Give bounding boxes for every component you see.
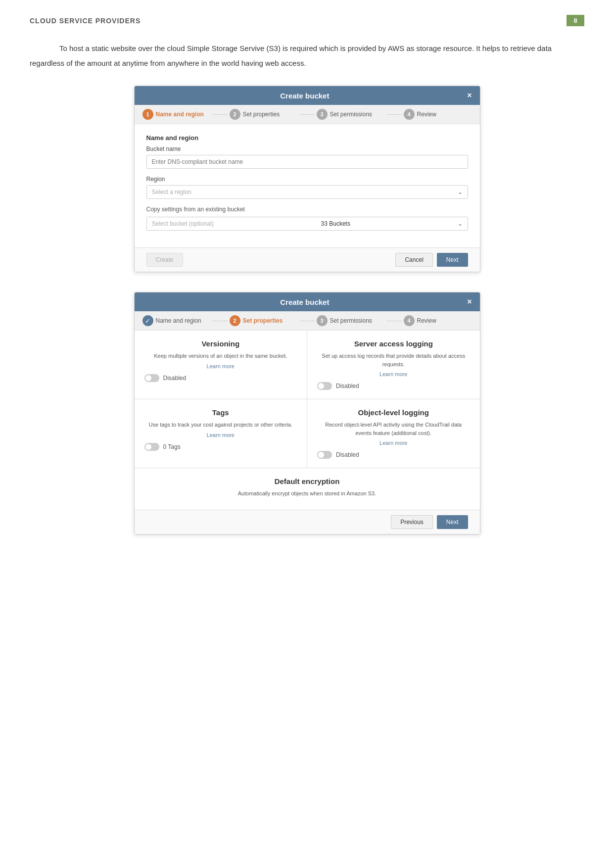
bucket-count: 33 Buckets [321, 220, 350, 227]
step4-circle: 4 [404, 109, 415, 120]
object-logging-learn-link[interactable]: Learn more [317, 440, 470, 446]
dialog1-step-3[interactable]: 3 Set permissions [317, 109, 385, 120]
dialog1-step-1[interactable]: 1 Name and region [142, 109, 211, 120]
create-bucket-dialog-2: Create bucket × ✓ Name and region 2 Set … [134, 292, 480, 534]
d2-step1-label: Name and region [156, 317, 201, 324]
region-placeholder: Select a region [152, 189, 191, 195]
next-button[interactable]: Next [437, 253, 468, 267]
versioning-desc: Keep multiple versions of an object in t… [144, 352, 297, 360]
versioning-cell: Versioning Keep multiple versions of an … [135, 331, 307, 399]
tags-toggle-label: 0 Tags [163, 443, 181, 450]
page-header: CLOUD SERVICE PROVIDERS 8 [30, 15, 584, 26]
d2-step-divider-2 [300, 321, 315, 321]
d2-step4-label: Review [417, 317, 436, 324]
dialog2-features: Versioning Keep multiple versions of an … [135, 331, 480, 510]
dialog1-footer-right: Cancel Next [395, 253, 468, 267]
dialog1-close-icon[interactable]: × [467, 91, 472, 100]
object-logging-desc: Record object-level API activity using t… [317, 421, 470, 437]
d2-step4-circle: 4 [404, 315, 415, 326]
bucket-name-input[interactable] [146, 155, 468, 169]
server-logging-desc: Set up access log records that provide d… [317, 352, 470, 368]
d2-step3-circle: 3 [317, 315, 328, 326]
versioning-toggle[interactable] [144, 374, 159, 382]
tags-toggle[interactable] [144, 443, 159, 451]
dialog1-steps: 1 Name and region 2 Set properties 3 Set… [135, 105, 480, 124]
dialog1-footer: Create Cancel Next [135, 247, 480, 272]
versioning-toggle-label: Disabled [163, 375, 187, 382]
region-select[interactable]: Select a region ⌄ [146, 185, 468, 199]
body-text: To host a static website over the cloud … [30, 41, 584, 71]
d2-step3-label: Set permissions [330, 317, 372, 324]
page-title: CLOUD SERVICE PROVIDERS [30, 17, 141, 25]
server-logging-title: Server access logging [317, 339, 470, 348]
bucket-copy-chevron-icon: ⌄ [458, 220, 463, 227]
dialog1-step-2[interactable]: 2 Set properties [230, 109, 298, 120]
step2-label: Set properties [243, 111, 280, 118]
versioning-toggle-row: Disabled [144, 374, 297, 382]
server-logging-toggle-row: Disabled [317, 382, 470, 390]
encryption-desc: Automatically encrypt objects when store… [144, 489, 470, 498]
bucket-copy-placeholder: Select bucket (optional) [152, 220, 214, 227]
d2-next-button[interactable]: Next [437, 515, 468, 529]
step2-circle: 2 [230, 109, 240, 120]
create-bucket-dialog-1: Create bucket × 1 Name and region 2 Set … [134, 86, 480, 272]
dialog2-step-1[interactable]: ✓ Name and region [142, 315, 211, 326]
object-logging-cell: Object-level logging Record object-level… [307, 399, 480, 468]
dialog2-header: Create bucket × [135, 292, 480, 311]
dialog2-step-4[interactable]: 4 Review [404, 315, 472, 326]
step-divider-3 [387, 114, 402, 115]
cancel-button[interactable]: Cancel [395, 253, 432, 267]
object-logging-title: Object-level logging [317, 408, 470, 417]
d2-step2-label: Set properties [243, 317, 283, 324]
tags-title: Tags [144, 408, 297, 417]
versioning-title: Versioning [144, 339, 297, 348]
step1-circle: 1 [142, 109, 153, 120]
object-logging-toggle[interactable] [317, 451, 332, 459]
step3-circle: 3 [317, 109, 328, 120]
step1-check-icon: ✓ [142, 315, 153, 326]
dialog2-title: Create bucket [142, 298, 468, 306]
d2-step2-circle: 2 [230, 315, 240, 326]
object-logging-toggle-label: Disabled [336, 451, 359, 458]
tags-learn-link[interactable]: Learn more [144, 432, 297, 438]
step-divider-1 [213, 114, 228, 115]
server-logging-toggle[interactable] [317, 382, 332, 390]
dialog2-step-2[interactable]: 2 Set properties [230, 315, 298, 326]
step3-label: Set permissions [330, 111, 372, 118]
page-number: 8 [567, 15, 584, 26]
encryption-cell: Default encryption Automatically encrypt… [135, 468, 480, 510]
encryption-title: Default encryption [144, 477, 470, 485]
dialog2-steps: ✓ Name and region 2 Set properties 3 Set… [135, 311, 480, 331]
dialog2-footer: Previous Next [135, 510, 480, 534]
dialog1-header: Create bucket × [135, 86, 480, 105]
name-region-section: Name and region [146, 134, 468, 142]
dialog2-step-3[interactable]: 3 Set permissions [317, 315, 385, 326]
region-label: Region [146, 176, 468, 183]
step1-label: Name and region [156, 111, 204, 118]
create-button[interactable]: Create [146, 253, 183, 267]
step-divider-2 [300, 114, 315, 115]
server-logging-cell: Server access logging Set up access log … [307, 331, 480, 399]
copy-settings-label: Copy settings from an existing bucket [146, 206, 468, 213]
tags-desc: Use tags to track your cost against proj… [144, 421, 297, 429]
tags-toggle-row: 0 Tags [144, 443, 297, 451]
server-logging-learn-link[interactable]: Learn more [317, 371, 470, 377]
dialog1-title: Create bucket [142, 92, 468, 100]
region-chevron-icon: ⌄ [458, 189, 463, 195]
dialog2-close-icon[interactable]: × [467, 297, 472, 306]
d2-step-divider-3 [387, 321, 402, 321]
dialog1-step-4[interactable]: 4 Review [404, 109, 472, 120]
bucket-copy-select[interactable]: Select bucket (optional) 33 Buckets ⌄ [146, 217, 468, 231]
step4-label: Review [417, 111, 436, 118]
tags-cell: Tags Use tags to track your cost against… [135, 399, 307, 468]
bucket-name-label: Bucket name [146, 145, 468, 152]
server-logging-toggle-label: Disabled [336, 383, 359, 389]
d2-step-divider-1 [213, 321, 228, 321]
dialog1-body: Name and region Bucket name Region Selec… [135, 124, 480, 247]
versioning-learn-link[interactable]: Learn more [144, 363, 297, 369]
object-logging-toggle-row: Disabled [317, 451, 470, 459]
previous-button[interactable]: Previous [391, 515, 433, 529]
